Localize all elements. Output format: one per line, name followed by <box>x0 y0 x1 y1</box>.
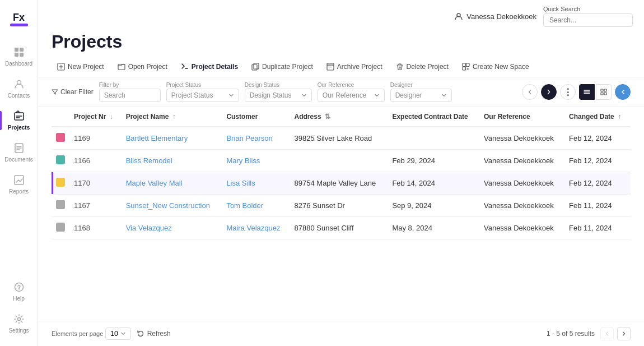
chevron-right-icon <box>545 89 552 95</box>
contacts-icon <box>13 78 25 90</box>
svg-point-9 <box>17 318 20 321</box>
pagination-nav <box>600 327 631 340</box>
designer-label: Designer <box>390 82 452 88</box>
help-icon <box>13 281 25 293</box>
our-reference-select[interactable]: Our Reference <box>318 89 385 102</box>
sidebar-item-projects-label: Projects <box>8 124 30 131</box>
project-color-swatch <box>56 155 65 164</box>
project-name-link[interactable]: Bartlett Elementary <box>126 134 188 142</box>
filter-bar: Clear Filter Filter by Search Project St… <box>38 77 644 107</box>
prev-page-btn[interactable] <box>522 84 538 100</box>
table-row[interactable]: 1169Bartlett ElementaryBrian Pearson3982… <box>52 127 631 150</box>
sidebar-item-help[interactable]: Help <box>0 275 38 307</box>
project-details-button[interactable]: Project Details <box>175 60 244 73</box>
projects-table: Project Nr ↓ Project Name ↑ Customer Add… <box>52 107 631 239</box>
table-row[interactable]: 1168Via VelazquezMaira Velazquez87880 Su… <box>52 217 631 239</box>
customer-link[interactable]: Mary Bliss <box>226 156 260 165</box>
address-column-header[interactable]: Address ⇅ <box>290 107 388 127</box>
sidebar-item-reports-label: Reports <box>9 188 29 195</box>
chevron-down-icon-3 <box>374 93 380 98</box>
quick-search-input[interactable] <box>543 13 633 27</box>
logo-text: Fx <box>13 12 25 22</box>
customer-link[interactable]: Tom Bolder <box>226 201 263 210</box>
open-project-button[interactable]: Open Project <box>112 60 173 73</box>
our-reference-column-header[interactable]: Our Reference <box>479 107 564 127</box>
expected-contract-date-column-header[interactable]: Expected Contract Date <box>388 107 479 127</box>
delete-project-button[interactable]: Delete Project <box>390 60 454 73</box>
table-row[interactable]: 1170Maple Valley MallLisa Sills89754 Map… <box>52 172 631 195</box>
address-cell: 87880 Sunset Cliff <box>290 217 388 239</box>
per-page-select[interactable]: 10 <box>105 327 130 340</box>
project-color-swatch <box>56 133 65 142</box>
design-status-select[interactable]: Design Status <box>245 89 312 102</box>
customer-link[interactable]: Lisa Sills <box>226 179 255 187</box>
sidebar-item-documents[interactable]: Documents <box>0 136 38 168</box>
list-view-btn[interactable] <box>579 84 595 100</box>
sidebar-item-reports[interactable]: Reports <box>0 168 38 200</box>
open-project-icon <box>118 63 125 71</box>
project-status-select[interactable]: Project Status <box>166 89 239 102</box>
main-content: Vanessa Dekoekkoek Quick Search Projects… <box>38 0 644 346</box>
our-reference-cell: Vanessa Dekoekkoek <box>479 127 564 150</box>
expected-contract-date-cell <box>388 127 479 150</box>
project-name-column-header[interactable]: Project Name ↑ <box>122 107 222 127</box>
filter-by-select[interactable]: Search <box>99 89 161 102</box>
svg-rect-17 <box>463 63 466 67</box>
address-cell: 8276 Sunset Dr <box>290 195 388 217</box>
sidebar-item-settings[interactable]: Settings <box>0 307 38 339</box>
app-logo: Fx <box>7 7 31 31</box>
designer-group: Designer Designer <box>390 82 452 102</box>
customer-link[interactable]: Maira Velazquez <box>226 224 280 232</box>
changed-date-cell: Feb 11, 2024 <box>564 195 631 217</box>
refresh-label: Refresh <box>147 330 171 338</box>
table-row[interactable]: 1166Bliss RemodelMary BlissFeb 29, 2024V… <box>52 150 631 172</box>
duplicate-project-button[interactable]: Duplicate Project <box>246 60 319 73</box>
delete-project-icon <box>396 63 404 71</box>
refresh-icon <box>137 330 144 338</box>
logo-bar <box>10 24 28 26</box>
pagination-prev-btn[interactable] <box>600 327 614 340</box>
table-row[interactable]: 1167Sunset_New ConstructionTom Bolder827… <box>52 195 631 217</box>
sidebar-item-help-label: Help <box>13 296 25 302</box>
projects-table-container: Project Nr ↓ Project Name ↑ Customer Add… <box>38 107 644 321</box>
pagination-results: 1 - 5 of 5 results <box>547 330 595 338</box>
project-status-group: Project Status Project Status <box>166 82 239 102</box>
project-color-swatch <box>56 223 65 232</box>
collapse-btn[interactable] <box>615 84 631 100</box>
our-reference-cell: Vanessa Dekoekkoek <box>479 195 564 217</box>
svg-rect-1 <box>20 48 24 52</box>
svg-rect-19 <box>463 67 466 71</box>
pagination-next-btn[interactable] <box>617 327 631 340</box>
grid-view-icon <box>600 88 608 96</box>
project-name-link[interactable]: Maple Valley Mall <box>126 179 183 187</box>
refresh-button[interactable]: Refresh <box>137 330 171 338</box>
customer-column-header[interactable]: Customer <box>222 107 290 127</box>
next-page-btn[interactable] <box>541 84 557 100</box>
sidebar-item-documents-label: Documents <box>4 156 33 163</box>
designer-select[interactable]: Designer <box>390 89 452 102</box>
sidebar-item-contacts[interactable]: Contacts <box>0 72 38 104</box>
sidebar-item-projects[interactable]: Projects <box>0 104 38 136</box>
project-name-link[interactable]: Sunset_New Construction <box>126 201 210 210</box>
customer-link[interactable]: Brian Pearson <box>226 134 272 142</box>
clear-filter-button[interactable]: Clear Filter <box>52 88 94 96</box>
project-nr-column-header[interactable]: Project Nr ↓ <box>69 107 122 127</box>
sidebar-item-dashboard[interactable]: Dashboard <box>0 40 38 72</box>
changed-date-cell: Feb 12, 2024 <box>564 150 631 172</box>
project-nr-cell: 1167 <box>69 195 122 217</box>
new-project-button[interactable]: New Project <box>52 60 110 73</box>
project-name-link[interactable]: Via Velazquez <box>126 224 172 232</box>
grid-view-btn[interactable] <box>596 84 612 100</box>
project-name-link[interactable]: Bliss Remodel <box>126 156 172 165</box>
changed-date-column-header[interactable]: Changed Date ↑ <box>564 107 631 127</box>
more-options-btn[interactable]: ⋮ <box>560 84 576 100</box>
archive-project-button[interactable]: Archive Project <box>321 60 388 73</box>
create-new-space-button[interactable]: Create New Space <box>456 60 535 73</box>
svg-rect-21 <box>604 89 606 91</box>
design-status-label: Design Status <box>245 82 312 88</box>
project-color-swatch <box>56 178 65 187</box>
collapse-icon <box>619 89 626 95</box>
project-details-icon <box>181 63 189 71</box>
svg-rect-2 <box>15 53 18 57</box>
project-nr-cell: 1170 <box>69 172 122 195</box>
